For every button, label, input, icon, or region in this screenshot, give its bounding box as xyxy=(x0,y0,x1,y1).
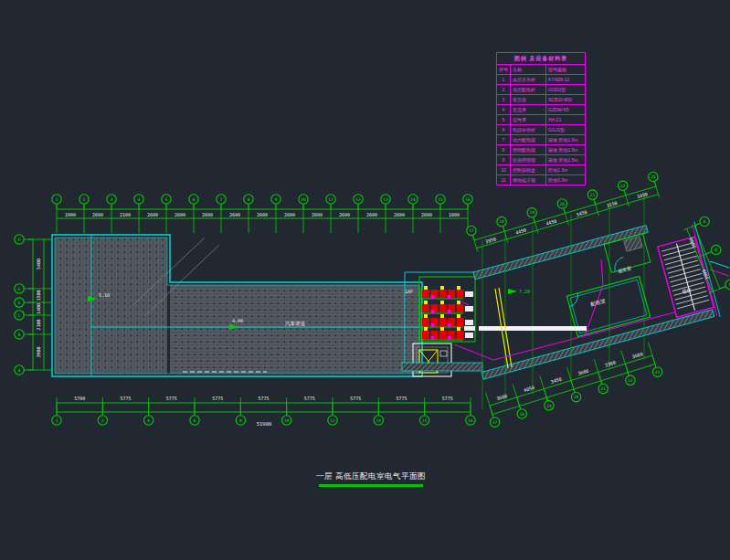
terminal-box xyxy=(457,286,460,290)
grid-bubble-label: 9 xyxy=(275,197,278,202)
ramp-label: 汽车坡道 xyxy=(285,321,306,327)
grid-bubble-label: 6 xyxy=(194,418,196,423)
cad-viewport[interactable]: 1234567891011121314151619002600210026002… xyxy=(0,0,730,560)
grid-bubble-label: 1 xyxy=(56,418,58,423)
grid-bubble-label: 13 xyxy=(383,197,388,202)
feeder-cable xyxy=(585,259,603,336)
legend-header-row: 序号名称型号规格 xyxy=(497,65,585,75)
legend-cell: 信号屏 xyxy=(511,115,546,124)
legend-cell: 直流屏 xyxy=(511,105,546,114)
dimension-text: 2600 xyxy=(175,212,185,217)
ramp-hatch-left xyxy=(55,238,167,374)
switchgear-cabinet xyxy=(439,331,447,339)
legend-cell: 9 xyxy=(497,155,511,164)
legend-cell: 6 xyxy=(497,125,511,134)
legend-cell: SCB10-800 xyxy=(546,95,585,104)
legend-cell: 接地端子箱 xyxy=(511,175,546,185)
grid-bubble-label: 20 xyxy=(560,202,566,206)
elevation-label: 4.00 xyxy=(232,318,243,323)
grid-bubble-label: 14 xyxy=(410,197,416,202)
grid-bubble-label: 8 xyxy=(239,418,242,423)
legend-row: 4直流屏GZDW-65 xyxy=(497,105,585,115)
switchgear-cabinet xyxy=(457,318,464,326)
legend-cell: 变压器 xyxy=(511,95,546,104)
legend-row: 1高压开关柜KYN28-12 xyxy=(497,75,585,85)
legend-cell: 距地0.3m xyxy=(546,175,585,185)
terminal-box xyxy=(457,327,460,331)
elevation-label: 5.10 xyxy=(99,292,110,298)
dimension-text: 1500 xyxy=(36,290,41,301)
terminal-box xyxy=(424,286,428,290)
legend-row: 2低压配电柜GGD2型 xyxy=(497,85,585,95)
junction-box xyxy=(448,336,451,340)
grid-bubble-label: 16 xyxy=(468,418,473,423)
elevation-arrow-icon xyxy=(508,289,517,294)
dimension-text: 2600 xyxy=(366,212,377,217)
grid-lines-right xyxy=(482,193,644,410)
grid-bubble-label: 3 xyxy=(111,197,113,202)
dimension-text: 2600 xyxy=(421,212,432,217)
duty-room-wall xyxy=(624,237,643,251)
grid-bubble-label: 21 xyxy=(590,193,596,197)
grid-bubble-label: 6 xyxy=(193,197,196,202)
dimension-text: 2600 xyxy=(202,212,213,217)
switchgear-rows xyxy=(420,286,473,340)
legend-cell: KYN28-12 xyxy=(546,75,585,84)
dimension-text: 4050 xyxy=(523,385,534,393)
grid-bubble-label: 21 xyxy=(601,386,607,391)
legend-cell: 序号 xyxy=(497,65,511,74)
legend-title: 图例 及设备材料表 xyxy=(497,53,585,65)
counterweight xyxy=(440,351,447,356)
dimension-text: 5700 xyxy=(74,396,85,401)
bottom-wall xyxy=(402,363,482,371)
legend-cell: 嵌墙 距地1.5m xyxy=(546,145,585,154)
legend-cell: 8 xyxy=(497,145,511,154)
dimension-text: 2100 xyxy=(120,212,131,217)
terminal-box xyxy=(440,301,444,304)
switchgear-cabinet xyxy=(439,318,447,326)
junction-box xyxy=(448,310,451,313)
junction-box xyxy=(431,336,435,340)
grid-bubble-label: 1 xyxy=(56,197,58,202)
legend-cell: 3 xyxy=(497,95,511,104)
dimension-text: 5775 xyxy=(396,396,407,401)
switchgear-cabinet xyxy=(457,331,464,339)
legend-cell: GGD2型 xyxy=(546,85,585,94)
dimension-text: 1800 xyxy=(449,212,460,217)
wall-line xyxy=(710,261,729,268)
switchgear-cabinet xyxy=(439,304,447,312)
dimension-text: 5775 xyxy=(212,396,223,401)
grid-bubble-label: 8 xyxy=(248,197,250,202)
switchgear-cabinet xyxy=(422,318,429,326)
terminal-box xyxy=(457,314,460,318)
panel-block xyxy=(465,291,473,297)
terminal-box xyxy=(424,327,428,331)
dimension-text: 5775 xyxy=(166,396,177,401)
left-building xyxy=(52,235,422,376)
legend-body: 1高压开关柜KYN28-122低压配电柜GGD2型3变压器SCB10-8004直… xyxy=(497,75,585,185)
terminal-box xyxy=(424,314,428,318)
junction-box xyxy=(431,295,435,299)
dimension-text: 2600 xyxy=(394,212,405,217)
total-dimension: 51900 xyxy=(257,421,272,427)
switchgear-cabinet xyxy=(422,290,429,298)
legend-cell: 照明配电箱 xyxy=(511,145,546,154)
drawing-title-text: 一层 高低压配电室电气平面图 xyxy=(316,471,426,481)
grid-bubble-label: E xyxy=(18,287,21,291)
dimension-text: 3600 xyxy=(496,393,508,401)
switchgear-cabinet xyxy=(457,290,464,298)
grid-bubble-label: 17 xyxy=(469,228,474,233)
switchgear-cabinet xyxy=(422,331,429,339)
grid-bubble-label: 20 xyxy=(574,395,579,399)
dimension-text: 5775 xyxy=(350,396,361,401)
grid-bubble-label: A xyxy=(704,219,706,224)
legend-cell: 7 xyxy=(497,135,511,144)
dimension-text: 3900 xyxy=(36,346,41,357)
legend-cell: 10 xyxy=(497,165,511,174)
drawing-title: 一层 高低压配电室电气平面图 xyxy=(302,471,440,487)
dimension-text: 5400 xyxy=(36,259,41,269)
grid-bubble-label: 22 xyxy=(620,184,626,188)
grid-bubble-label: D xyxy=(18,301,21,305)
legend-row: 8照明配电箱嵌墙 距地1.5m xyxy=(497,145,585,155)
legend-row: 6电容补偿柜GGJ2型 xyxy=(497,125,585,135)
